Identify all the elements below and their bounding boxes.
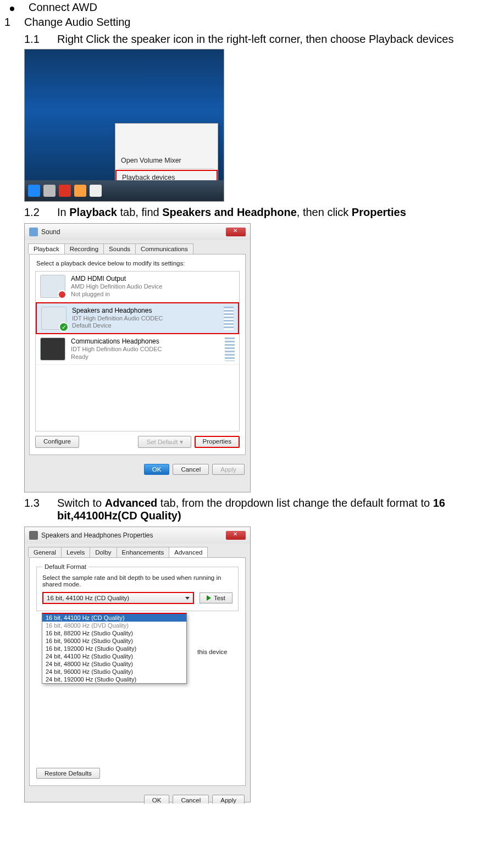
format-option[interactable]: 24 bit, 192000 Hz (Studio Quality) xyxy=(42,675,186,683)
taskbar-icon[interactable] xyxy=(28,185,40,197)
window-title: Speakers and Headphones Properties xyxy=(41,531,226,539)
titlebar: Sound xyxy=(25,224,250,240)
step-1-2-number: 1.2 xyxy=(24,206,57,219)
default-format-group: Default Format Select the sample rate an… xyxy=(36,563,239,611)
apply-button[interactable]: Apply xyxy=(212,795,245,804)
hdmi-device-icon xyxy=(40,275,65,298)
cancel-button[interactable]: Cancel xyxy=(173,795,209,804)
device-name: Speakers and Headphones xyxy=(72,307,163,315)
device-desc: AMD High Definition Audio Device xyxy=(71,283,162,291)
screenshot-sound-dialog: Sound Playback Recording Sounds Communic… xyxy=(24,223,251,492)
speaker-tray-icon[interactable] xyxy=(90,185,102,197)
menu-item-open-volume-mixer[interactable]: Open Volume Mixer xyxy=(115,154,218,167)
headphones-device-icon xyxy=(40,337,65,361)
step-1-2-text: In Playback tab, find Speakers and Headp… xyxy=(57,206,504,219)
device-row-selected[interactable]: Speakers and Headphones IDT High Definit… xyxy=(36,302,239,335)
taskbar-icon[interactable] xyxy=(43,185,56,197)
device-name: Communications Headphones xyxy=(71,337,162,346)
format-option[interactable]: 16 bit, 96000 Hz (Studio Quality) xyxy=(42,637,186,645)
tab-general[interactable]: General xyxy=(28,547,62,557)
window-icon xyxy=(29,531,38,540)
window-title: Sound xyxy=(41,228,226,236)
step-1-1-text: Right Click the speaker icon in the righ… xyxy=(57,33,504,46)
taskbar-icon[interactable] xyxy=(59,185,71,197)
tab-communications[interactable]: Communications xyxy=(135,243,193,254)
format-dropdown-list: 16 bit, 44100 Hz (CD Quality) 16 bit, 48… xyxy=(42,613,187,684)
instruction-text: Select a playback device below to modify… xyxy=(36,260,240,267)
window-icon xyxy=(29,228,38,236)
tab-dolby[interactable]: Dolby xyxy=(90,547,117,557)
format-option[interactable]: 16 bit, 192000 Hz (Studio Quality) xyxy=(42,645,186,652)
step-1-1-number: 1.1 xyxy=(24,33,57,46)
format-option[interactable]: 24 bit, 48000 Hz (Studio Quality) xyxy=(42,660,186,668)
close-button[interactable]: ✕ xyxy=(226,531,246,540)
format-option[interactable]: 16 bit, 48000 Hz (DVD Quality) xyxy=(42,622,186,629)
format-option[interactable]: 16 bit, 44100 Hz (CD Quality) xyxy=(42,614,186,622)
set-default-button[interactable]: Set Default ▾ xyxy=(138,436,191,448)
play-icon xyxy=(207,595,211,601)
apply-button[interactable]: Apply xyxy=(212,464,245,475)
tab-bar: General Levels Dolby Enhancements Advanc… xyxy=(25,544,250,557)
tab-levels[interactable]: Levels xyxy=(61,547,90,557)
format-option[interactable]: 16 bit, 88200 Hz (Studio Quality) xyxy=(42,629,186,637)
cancel-button[interactable]: Cancel xyxy=(173,464,209,475)
format-option[interactable]: 24 bit, 96000 Hz (Studio Quality) xyxy=(42,668,186,675)
titlebar: Speakers and Headphones Properties ✕ xyxy=(25,527,250,544)
step-1-3-number: 1.3 xyxy=(24,497,57,522)
device-state: Ready xyxy=(71,353,162,361)
device-state: Not plugged in xyxy=(71,291,162,298)
ok-button[interactable]: OK xyxy=(144,795,170,804)
taskbar-icon[interactable] xyxy=(74,185,86,197)
device-name: AMD HDMI Output xyxy=(71,275,162,283)
level-meter xyxy=(224,307,234,330)
restore-defaults-button[interactable]: Restore Defaults xyxy=(36,768,100,779)
tab-playback[interactable]: Playback xyxy=(28,243,65,254)
test-button[interactable]: Test xyxy=(200,592,232,603)
screenshot-context-menu: Open Volume Mixer Playback devices Recor… xyxy=(24,49,224,202)
bullet-text: Connect AWD xyxy=(29,1,97,14)
configure-button[interactable]: Configure xyxy=(35,436,79,448)
device-state: Default Device xyxy=(72,322,163,330)
tab-advanced[interactable]: Advanced xyxy=(169,547,208,557)
step-1-3-text: Switch to Advanced tab, from the dropdow… xyxy=(57,497,504,522)
step-1-text: Change Audio Setting xyxy=(24,16,131,29)
tab-enhancements[interactable]: Enhancements xyxy=(117,547,170,557)
device-desc: IDT High Definition Audio CODEC xyxy=(72,315,163,323)
tab-bar: Playback Recording Sounds Communications xyxy=(25,240,250,254)
format-option[interactable]: 24 bit, 44100 Hz (Studio Quality) xyxy=(42,652,186,660)
device-desc: IDT High Definition Audio CODEC xyxy=(71,346,162,353)
close-button[interactable] xyxy=(226,228,246,236)
screenshot-advanced-properties: Speakers and Headphones Properties ✕ Gen… xyxy=(24,527,251,802)
ok-button[interactable]: OK xyxy=(144,464,170,475)
level-meter xyxy=(225,337,235,361)
format-dropdown[interactable]: 16 bit, 44100 Hz (CD Quality) xyxy=(42,592,194,604)
bullet-icon xyxy=(10,7,14,11)
tab-sounds[interactable]: Sounds xyxy=(103,243,136,254)
format-dropdown-value: 16 bit, 44100 Hz (CD Quality) xyxy=(47,595,129,601)
taskbar xyxy=(25,180,224,201)
default-format-legend: Default Format xyxy=(42,563,88,570)
device-row[interactable]: Communications Headphones IDT High Defin… xyxy=(36,334,239,365)
speakers-device-icon xyxy=(41,307,67,330)
properties-button[interactable]: Properties xyxy=(195,436,240,448)
device-list: AMD HDMI Output AMD High Definition Audi… xyxy=(35,271,240,431)
partial-visible-text: this device xyxy=(197,649,227,655)
tab-recording[interactable]: Recording xyxy=(64,243,104,254)
chevron-down-icon xyxy=(185,597,190,600)
device-row[interactable]: AMD HDMI Output AMD High Definition Audi… xyxy=(36,272,239,302)
step-1-number: 1 xyxy=(4,16,24,29)
default-format-desc: Select the sample rate and bit depth to … xyxy=(42,574,232,588)
